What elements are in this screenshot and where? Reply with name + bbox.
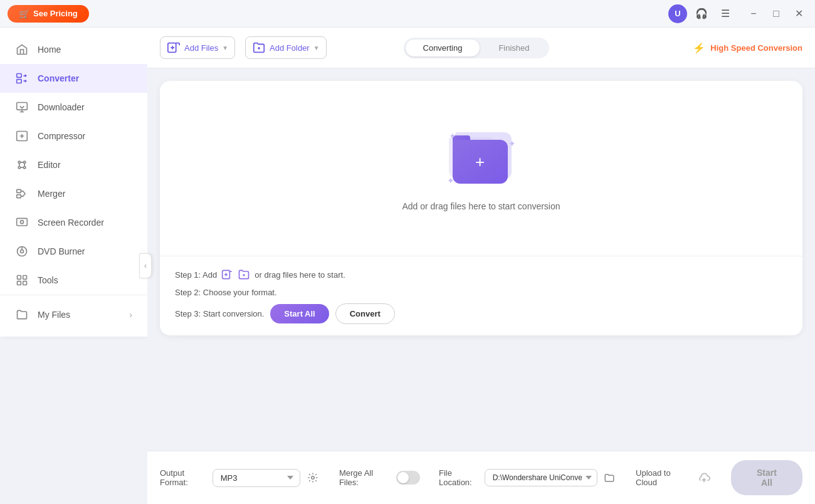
step2-text: Step 2: Choose your format. xyxy=(175,288,277,297)
file-location-field: File Location: D:\Wondershare UniConvert… xyxy=(439,468,617,487)
drop-zone[interactable]: + ✦ ✦ ✦ Add or drag files here to start … xyxy=(160,81,802,256)
main-content: Add Files ▼ Add Folder ▼ Converting Fini… xyxy=(147,28,815,504)
add-files-button[interactable]: Add Files ▼ xyxy=(160,36,235,59)
svg-point-5 xyxy=(24,161,26,163)
folder-main: + xyxy=(453,140,508,184)
merger-icon xyxy=(15,187,29,201)
svg-rect-16 xyxy=(23,276,27,280)
step1-suffix: or drag files here to start. xyxy=(255,270,345,280)
sidebar-label-tools: Tools xyxy=(38,275,58,285)
output-format-label: Output Format: xyxy=(160,468,208,487)
sidebar-label-home: Home xyxy=(38,45,61,55)
sidebar-bottom: My Files › xyxy=(0,295,147,329)
my-files-icon xyxy=(15,308,29,322)
content-area: + ✦ ✦ ✦ Add or drag files here to start … xyxy=(147,68,815,451)
merge-field: Merge All Files: xyxy=(339,468,420,487)
sidebar-wrapper: Home Converter xyxy=(0,28,147,504)
sidebar-label-my-files: My Files xyxy=(38,310,70,320)
step1-prefix: Step 1: Add xyxy=(175,270,217,280)
user-avatar[interactable]: U xyxy=(668,4,687,23)
add-files-chevron: ▼ xyxy=(222,45,228,51)
svg-rect-0 xyxy=(17,74,22,78)
tab-finished[interactable]: Finished xyxy=(481,39,547,56)
add-files-label: Add Files xyxy=(184,43,218,53)
screen-recorder-icon xyxy=(15,216,29,229)
svg-point-4 xyxy=(18,161,20,163)
file-location-label: File Location: xyxy=(439,468,480,487)
sidebar-label-dvd-burner: DVD Burner xyxy=(38,246,85,256)
sidebar-item-compressor[interactable]: Compressor xyxy=(0,122,147,150)
add-folder-chevron: ▼ xyxy=(313,45,320,51)
format-select[interactable]: MP3 xyxy=(213,469,300,487)
tab-group: Converting Finished xyxy=(404,38,549,58)
close-button[interactable]: ✕ xyxy=(790,5,807,23)
sidebar-item-dvd-burner[interactable]: DVD Burner xyxy=(0,237,147,266)
svg-rect-8 xyxy=(17,189,21,192)
maximize-button[interactable]: □ xyxy=(767,5,785,23)
sidebar-label-converter: Converter xyxy=(38,73,79,83)
app-body: Home Converter xyxy=(0,28,815,504)
sidebar-item-converter[interactable]: Converter xyxy=(0,64,147,93)
editor-icon xyxy=(15,158,29,172)
upload-cloud-label: Upload to Cloud xyxy=(636,468,691,487)
svg-rect-18 xyxy=(23,281,27,285)
window-controls: − □ ✕ xyxy=(745,5,807,23)
high-speed-label: High Speed Conversion xyxy=(710,43,802,53)
cloud-upload-icon[interactable] xyxy=(696,469,712,486)
merge-toggle[interactable] xyxy=(396,471,420,485)
cart-icon: 🛒 xyxy=(19,9,29,19)
lightning-icon: ⚡ xyxy=(693,42,705,54)
merge-label: Merge All Files: xyxy=(339,468,391,487)
sidebar-item-screen-recorder[interactable]: Screen Recorder xyxy=(0,208,147,237)
menu-icon[interactable]: ☰ xyxy=(716,4,735,23)
step1-line: Step 1: Add xyxy=(175,268,787,281)
tools-icon xyxy=(15,273,29,287)
folder-open-icon[interactable] xyxy=(602,469,617,486)
home-icon xyxy=(15,43,29,56)
convert-button[interactable]: Convert xyxy=(335,303,395,324)
svg-rect-15 xyxy=(18,276,21,280)
step2-line: Step 2: Choose your format. xyxy=(175,288,787,297)
see-pricing-button[interactable]: 🛒 See Pricing xyxy=(8,5,89,23)
output-format-field: Output Format: MP3 xyxy=(160,468,320,487)
step3-prefix: Step 3: Start conversion. xyxy=(175,309,264,318)
svg-point-6 xyxy=(18,167,20,169)
see-pricing-label: See Pricing xyxy=(33,9,78,18)
sidebar-item-my-files[interactable]: My Files › xyxy=(0,300,147,329)
start-all-big-button[interactable]: Start All xyxy=(731,460,802,495)
sidebar-item-editor[interactable]: Editor xyxy=(0,150,147,179)
sidebar-item-tools[interactable]: Tools xyxy=(0,266,147,295)
sidebar-item-downloader[interactable]: Downloader xyxy=(0,93,147,122)
sidebar-label-editor: Editor xyxy=(38,160,61,170)
folder-plus-icon: + xyxy=(475,154,485,170)
dvd-burner-icon xyxy=(15,244,29,258)
sidebar: Home Converter xyxy=(0,28,147,337)
sidebar-item-home[interactable]: Home xyxy=(0,35,147,64)
steps-section: Step 1: Add xyxy=(160,256,802,335)
add-folder-label: Add Folder xyxy=(270,43,310,53)
svg-rect-9 xyxy=(17,195,21,198)
converter-icon xyxy=(15,71,29,85)
toolbar: Add Files ▼ Add Folder ▼ Converting Fini… xyxy=(147,28,815,68)
minimize-button[interactable]: − xyxy=(745,5,762,23)
location-select[interactable]: D:\Wondershare UniConverter 1 xyxy=(485,469,597,486)
compressor-icon xyxy=(15,129,29,143)
drop-zone-text: Add or drag files here to start conversi… xyxy=(402,201,560,211)
step1-icons xyxy=(221,268,251,281)
svg-point-11 xyxy=(21,221,24,224)
tab-converting[interactable]: Converting xyxy=(406,39,480,56)
sparkle-icon-1: ✦ xyxy=(449,131,456,141)
high-speed-button[interactable]: ⚡ High Speed Conversion xyxy=(693,42,802,54)
sidebar-label-compressor: Compressor xyxy=(38,131,85,141)
step1-file-icon xyxy=(221,268,234,281)
format-settings-icon[interactable] xyxy=(305,469,320,486)
bottom-bar: Output Format: MP3 Merge All Files: File… xyxy=(147,451,815,504)
sidebar-label-merger: Merger xyxy=(38,189,65,199)
sidebar-item-merger[interactable]: Merger xyxy=(0,179,147,208)
sidebar-collapse-button[interactable]: ‹ xyxy=(139,253,152,278)
add-folder-button[interactable]: Add Folder ▼ xyxy=(245,36,327,59)
titlebar: 🛒 See Pricing U 🎧 ☰ − □ ✕ xyxy=(0,0,815,28)
start-all-button[interactable]: Start All xyxy=(270,304,329,323)
chevron-right-icon: › xyxy=(129,310,132,320)
headphone-icon[interactable]: 🎧 xyxy=(692,4,711,23)
